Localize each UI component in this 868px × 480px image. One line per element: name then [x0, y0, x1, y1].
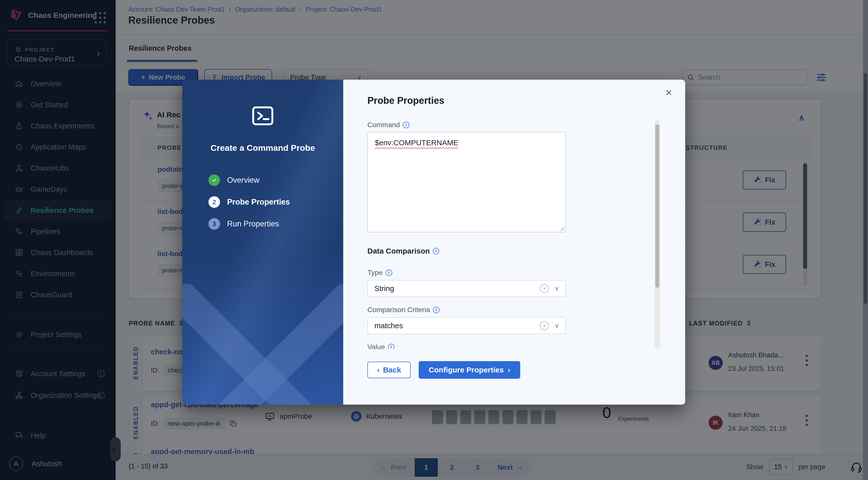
data-comparison-section-title: Data Comparisoni	[367, 247, 439, 255]
wizard-step-probe-properties[interactable]: 2 Probe Properties	[209, 194, 290, 210]
step-number: 3	[209, 218, 220, 230]
comparison-criteria-label: Comparison Criteriai	[367, 306, 439, 314]
back-label: Back	[383, 366, 401, 374]
modal-scrollbar-thumb[interactable]	[655, 124, 659, 288]
info-icon[interactable]: i	[433, 248, 439, 254]
chevron-down-icon: ∨	[554, 322, 559, 329]
wizard-title: Create a Command Probe	[182, 143, 343, 153]
info-icon[interactable]: i	[386, 269, 392, 276]
wizard-step-overview[interactable]: Overview	[209, 172, 259, 188]
info-icon[interactable]: i	[433, 307, 439, 313]
value-label: Valuei	[367, 343, 395, 349]
command-textarea[interactable]: $env:COMPUTERNAME	[367, 132, 566, 232]
clear-icon[interactable]: ×	[540, 284, 549, 293]
terminal-icon	[250, 103, 276, 129]
step-label: Probe Properties	[227, 197, 290, 206]
configure-label: Configure Properties	[429, 366, 504, 374]
form-heading: Probe Properties	[367, 95, 444, 106]
step-label: Run Properties	[227, 219, 279, 228]
type-select[interactable]: String × ∨	[367, 280, 566, 297]
probe-properties-form: × Probe Properties Commandi $env:COMPUTE…	[343, 80, 685, 405]
info-icon[interactable]: i	[388, 344, 395, 349]
command-label: Commandi	[367, 121, 409, 129]
close-icon[interactable]: ×	[665, 87, 672, 98]
chevron-right-icon: ›	[508, 366, 510, 374]
step-number: 2	[209, 196, 220, 208]
harness-x-watermark	[182, 284, 343, 405]
criteria-value: matches	[374, 321, 403, 330]
form-scroll-area: Commandi $env:COMPUTERNAME Data Comparis…	[367, 120, 664, 349]
configure-properties-button[interactable]: Configure Properties›	[418, 361, 520, 379]
chevron-down-icon: ∨	[554, 285, 559, 292]
wizard-side-panel: Create a Command Probe Overview 2 Probe …	[182, 80, 343, 405]
type-label: Typei	[367, 269, 392, 277]
comparison-criteria-select[interactable]: matches × ∨	[367, 317, 566, 334]
back-button[interactable]: ‹Back	[367, 362, 411, 378]
type-value: String	[374, 284, 394, 293]
create-command-probe-modal: Create a Command Probe Overview 2 Probe …	[182, 80, 685, 405]
check-icon	[209, 174, 220, 186]
wizard-step-run-properties[interactable]: 3 Run Properties	[209, 216, 279, 232]
command-value: $env:COMPUTERNAME	[375, 138, 458, 147]
step-label: Overview	[227, 176, 259, 185]
info-icon[interactable]: i	[403, 122, 409, 128]
app-screen: Chaos Engineering PROJECT Chaos-Dev-Prod…	[0, 0, 868, 480]
chevron-left-icon: ‹	[377, 366, 379, 374]
clear-icon[interactable]: ×	[540, 321, 549, 330]
